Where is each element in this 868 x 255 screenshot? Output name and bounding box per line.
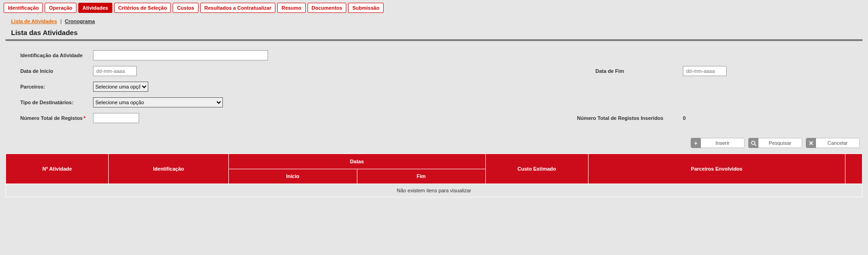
label-data-fim: Data de Fim	[595, 68, 683, 74]
label-num-total-registos: Número Total de Registos*	[6, 115, 93, 121]
label-tipo-destinatarios: Tipo de Destinatários:	[6, 100, 93, 105]
th-parceiros-envolvidos: Parceiros Envolvidos	[588, 154, 845, 184]
th-inicio: Início	[228, 169, 357, 184]
th-custo-estimado: Custo Estimado	[485, 154, 588, 184]
actions-bar: + Inserir Pesquisar ✕ Cancelar	[0, 130, 868, 154]
input-data-fim[interactable]	[683, 66, 727, 76]
tab-identificacao[interactable]: Identificação	[4, 3, 43, 13]
label-num-registos-inseridos: Número Total de Registos Inseridos	[577, 115, 683, 121]
subnav-lista[interactable]: Lista de Atividades	[11, 18, 57, 24]
tab-submissao[interactable]: Submissão	[348, 3, 384, 13]
select-parceiros[interactable]: Selecione uma opção	[93, 82, 148, 92]
label-parceiros: Parceiros:	[6, 84, 93, 89]
th-actions	[845, 154, 862, 184]
required-asterisk: *	[83, 115, 85, 121]
tab-atividades[interactable]: Atividades	[78, 3, 112, 13]
label-ident-atividade: Identificação da Atividade	[6, 53, 93, 58]
close-icon: ✕	[806, 138, 816, 148]
tab-criterios[interactable]: Critérios de Seleção	[114, 3, 171, 13]
value-num-registos-inseridos: 0	[683, 115, 766, 121]
plus-icon: +	[691, 138, 701, 148]
section-title: Lista das Atividades	[0, 27, 868, 39]
select-tipo-destinatarios[interactable]: Selecione uma opção	[93, 97, 223, 107]
subnav: Lista de Atividades | Cronograma	[0, 14, 868, 27]
pesquisar-button[interactable]: Pesquisar	[748, 138, 802, 148]
search-icon	[748, 138, 758, 148]
subnav-separator: |	[60, 18, 62, 24]
svg-point-0	[751, 141, 755, 144]
th-num-atividade: Nº Atividade	[6, 154, 109, 184]
table-empty-message: Não existem itens para visualizar	[6, 184, 862, 197]
input-ident-atividade[interactable]	[93, 50, 268, 60]
subnav-cronograma[interactable]: Cronograma	[65, 18, 95, 24]
tab-operacao[interactable]: Operação	[45, 3, 76, 13]
tabs-bar: Identificação Operação Atividades Critér…	[0, 0, 868, 14]
tab-resultados[interactable]: Resultados a Contratualizar	[200, 3, 275, 13]
th-fim: Fim	[357, 169, 485, 184]
form-panel: Identificação da Atividade Data de Iníci…	[0, 46, 868, 130]
tab-resumo[interactable]: Resumo	[277, 3, 305, 13]
svg-line-1	[754, 144, 756, 145]
tab-documentos[interactable]: Documentos	[308, 3, 347, 13]
th-identificacao: Identificação	[109, 154, 228, 184]
label-data-inicio: Data de Início	[6, 68, 93, 74]
tab-custos[interactable]: Custos	[173, 3, 198, 13]
inserir-button[interactable]: + Inserir	[691, 138, 745, 148]
input-data-inicio[interactable]	[93, 66, 137, 76]
th-datas: Datas	[228, 154, 485, 169]
input-num-total-registos[interactable]	[93, 113, 139, 123]
table-wrap: Nº Atividade Identificação Datas Custo E…	[0, 154, 868, 205]
atividades-table: Nº Atividade Identificação Datas Custo E…	[6, 154, 862, 197]
cancelar-button[interactable]: ✕ Cancelar	[806, 138, 860, 148]
section-divider	[6, 39, 862, 41]
